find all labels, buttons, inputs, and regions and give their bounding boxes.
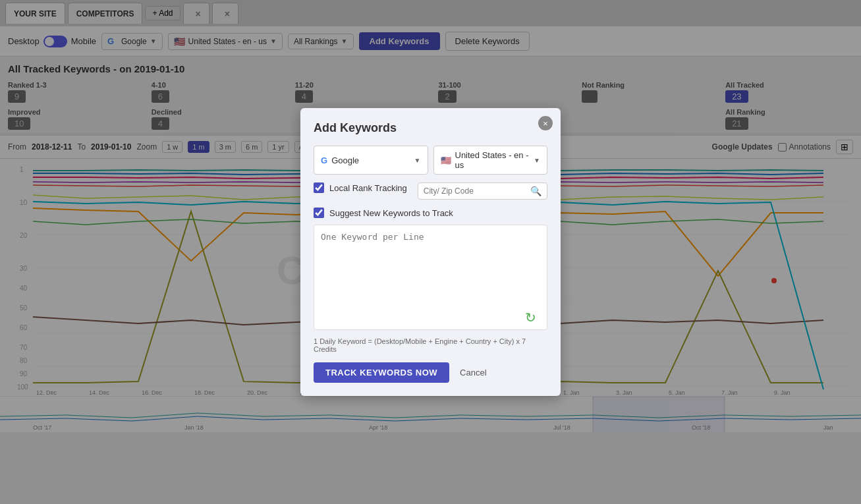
track-keywords-button[interactable]: TRACK KEYWORDS NOW xyxy=(314,362,449,383)
add-keywords-modal: Add Keywords × G Google ▼ 🇺🇸 United Stat… xyxy=(300,108,561,396)
local-rank-label: Local Rank Tracking xyxy=(329,183,407,193)
modal-overlay[interactable]: Add Keywords × G Google ▼ 🇺🇸 United Stat… xyxy=(0,0,861,504)
modal-title: Add Keywords xyxy=(314,121,547,135)
modal-location-caret: ▼ xyxy=(534,157,540,164)
refresh-icon[interactable]: ↻ xyxy=(525,310,541,325)
local-rank-checkbox[interactable] xyxy=(314,182,324,193)
search-icon: 🔍 xyxy=(530,186,542,196)
suggest-label: Suggest New Keywords to Track xyxy=(329,208,453,218)
credits-info: 1 Daily Keyword = (Desktop/Mobile + Engi… xyxy=(314,337,547,353)
modal-flag-icon: 🇺🇸 xyxy=(441,155,451,165)
city-search[interactable]: 🔍 xyxy=(418,182,547,200)
local-rank-checkbox-row: Local Rank Tracking xyxy=(314,182,407,193)
modal-location-label: United States - en - us xyxy=(455,150,530,170)
modal-location-dropdown[interactable]: 🇺🇸 United States - en - us ▼ xyxy=(433,146,548,175)
modal-close-button[interactable]: × xyxy=(538,116,553,130)
modal-engine-dropdown[interactable]: G Google ▼ xyxy=(314,146,428,175)
modal-engine-label: Google xyxy=(331,155,359,165)
suggest-checkbox[interactable] xyxy=(314,208,324,218)
suggest-checkbox-row: Suggest New Keywords to Track xyxy=(314,208,547,218)
modal-local-rank-row: Local Rank Tracking 🔍 xyxy=(314,182,547,200)
modal-google-icon: G xyxy=(321,155,327,165)
modal-engine-location-row: G Google ▼ 🇺🇸 United States - en - us ▼ xyxy=(314,146,547,175)
cancel-button[interactable]: Cancel xyxy=(460,368,486,378)
modal-engine-caret: ▼ xyxy=(414,157,421,164)
city-input[interactable] xyxy=(424,186,530,196)
keyword-textarea[interactable] xyxy=(314,225,547,330)
modal-actions: TRACK KEYWORDS NOW Cancel xyxy=(314,362,547,383)
keyword-textarea-wrapper: ↻ xyxy=(314,225,547,332)
